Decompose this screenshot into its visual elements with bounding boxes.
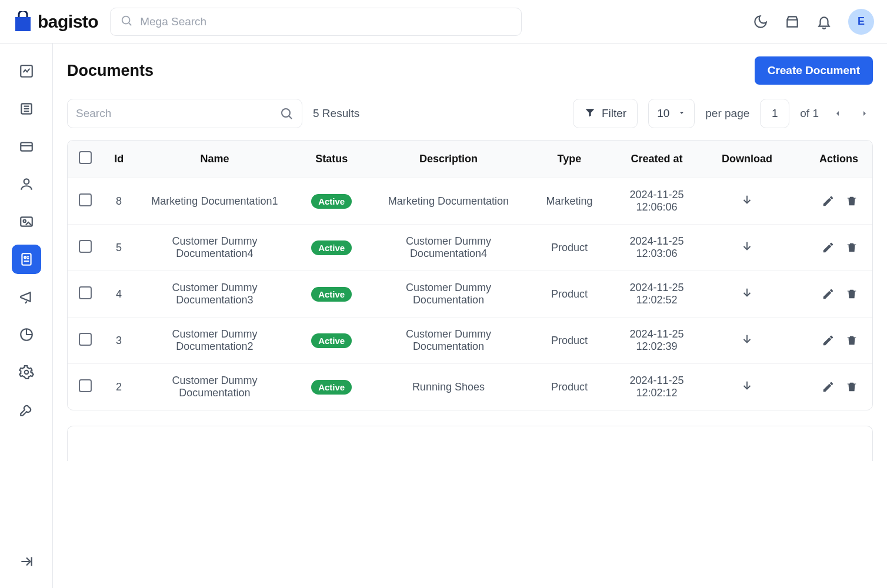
svg-line-2	[129, 23, 131, 25]
row-checkbox[interactable]	[79, 379, 92, 392]
col-download[interactable]: Download	[703, 141, 791, 178]
col-created-at[interactable]: Created at	[611, 141, 703, 178]
cell-type: Product	[528, 271, 611, 318]
row-checkbox[interactable]	[79, 240, 92, 253]
sidebar	[0, 44, 53, 588]
svg-point-14	[24, 256, 26, 258]
filter-button[interactable]: Filter	[573, 99, 638, 128]
page-of-label: of 1	[800, 107, 819, 120]
delete-button[interactable]	[845, 195, 858, 208]
download-button[interactable]	[741, 240, 753, 253]
table-header-row: Id Name Status Description Type Created …	[68, 141, 872, 178]
col-description[interactable]: Description	[369, 141, 528, 178]
table-toolbar: 5 Results Filter 10 per page of 1	[67, 99, 873, 128]
edit-button[interactable]	[822, 195, 835, 208]
topbar: bagisto E	[0, 0, 887, 44]
status-badge: Active	[311, 380, 352, 395]
delete-button[interactable]	[845, 241, 858, 254]
search-icon[interactable]	[279, 106, 294, 121]
svg-rect-8	[21, 143, 32, 151]
cell-name: Customer Dummy Documentation3	[135, 271, 294, 318]
documents-table: Id Name Status Description Type Created …	[67, 140, 873, 410]
create-document-button[interactable]: Create Document	[755, 56, 873, 85]
delete-button[interactable]	[845, 288, 858, 300]
sidebar-item-catalog[interactable]	[12, 94, 41, 123]
row-checkbox[interactable]	[79, 193, 92, 206]
search-icon	[120, 14, 133, 29]
download-button[interactable]	[741, 286, 753, 299]
sidebar-item-marketing[interactable]	[12, 282, 41, 312]
row-checkbox[interactable]	[79, 286, 92, 299]
brand-name: bagisto	[38, 12, 98, 32]
cell-created-at: 2024-11-2512:02:52	[611, 271, 703, 318]
edit-button[interactable]	[822, 334, 835, 347]
table-search-input[interactable]	[76, 107, 274, 120]
bag-icon	[13, 11, 33, 32]
cell-description: Marketing Documentation	[369, 178, 528, 225]
sidebar-item-documents[interactable]	[12, 245, 41, 274]
select-all-checkbox[interactable]	[79, 151, 92, 164]
sidebar-collapse-button[interactable]	[12, 547, 41, 576]
results-count: 5 Results	[313, 107, 359, 120]
cell-created-at: 2024-11-2512:03:06	[611, 225, 703, 271]
download-button[interactable]	[741, 333, 753, 346]
cell-type: Product	[528, 225, 611, 271]
bell-icon[interactable]	[816, 14, 832, 29]
avatar[interactable]: E	[848, 9, 874, 35]
col-name[interactable]: Name	[135, 141, 294, 178]
download-button[interactable]	[741, 379, 753, 392]
delete-button[interactable]	[845, 334, 858, 347]
sidebar-item-tools[interactable]	[12, 395, 41, 425]
cell-name: Marketing Documentation1	[135, 178, 294, 225]
cell-id: 8	[103, 178, 135, 225]
cell-name: Customer Dummy Documentation2	[135, 318, 294, 364]
page-title: Documents	[67, 62, 154, 80]
edit-button[interactable]	[822, 241, 835, 254]
col-type[interactable]: Type	[528, 141, 611, 178]
table-row: 8Marketing Documentation1ActiveMarketing…	[68, 178, 872, 225]
sidebar-item-cms[interactable]	[12, 207, 41, 236]
page-number-input[interactable]	[760, 99, 789, 128]
sidebar-item-reports[interactable]	[12, 320, 41, 349]
table-row: 4Customer Dummy Documentation3ActiveCust…	[68, 271, 872, 318]
svg-line-22	[289, 116, 292, 119]
col-actions: Actions	[791, 141, 872, 178]
cell-type: Marketing	[528, 178, 611, 225]
delete-button[interactable]	[845, 380, 858, 393]
dark-mode-icon[interactable]	[753, 14, 768, 29]
edit-button[interactable]	[822, 380, 835, 393]
col-id[interactable]: Id	[103, 141, 135, 178]
download-button[interactable]	[741, 193, 753, 206]
perpage-select[interactable]: 10	[648, 99, 695, 128]
brand-logo[interactable]: bagisto	[13, 11, 98, 32]
perpage-label: per page	[705, 107, 749, 120]
sidebar-item-dashboard[interactable]	[12, 56, 41, 86]
sidebar-item-settings[interactable]	[12, 358, 41, 387]
cell-id: 2	[103, 364, 135, 410]
mega-search[interactable]	[110, 8, 522, 36]
cell-name: Customer Dummy Documentation4	[135, 225, 294, 271]
edit-button[interactable]	[822, 288, 835, 300]
table-row: 2Customer Dummy DocumentationActiveRunni…	[68, 364, 872, 410]
col-status[interactable]: Status	[295, 141, 369, 178]
perpage-value: 10	[657, 107, 669, 120]
sidebar-item-orders[interactable]	[12, 132, 41, 161]
store-icon[interactable]	[785, 14, 800, 29]
sidebar-item-customers[interactable]	[12, 169, 41, 199]
row-checkbox[interactable]	[79, 333, 92, 346]
table-row: 5Customer Dummy Documentation4ActiveCust…	[68, 225, 872, 271]
mega-search-input[interactable]	[140, 15, 512, 28]
topbar-actions: E	[753, 9, 874, 35]
next-page-button[interactable]	[856, 105, 873, 122]
svg-point-19	[24, 370, 28, 375]
cell-description: Running Shoes	[369, 364, 528, 410]
page-header: Documents Create Document	[67, 56, 873, 85]
table-row: 3Customer Dummy Documentation2ActiveCust…	[68, 318, 872, 364]
prev-page-button[interactable]	[829, 105, 846, 122]
cell-status: Active	[295, 178, 369, 225]
cell-id: 4	[103, 271, 135, 318]
filter-icon	[584, 106, 596, 121]
table-search[interactable]	[67, 99, 302, 128]
chevron-down-icon	[678, 107, 686, 120]
cell-created-at: 2024-11-2512:06:06	[611, 178, 703, 225]
